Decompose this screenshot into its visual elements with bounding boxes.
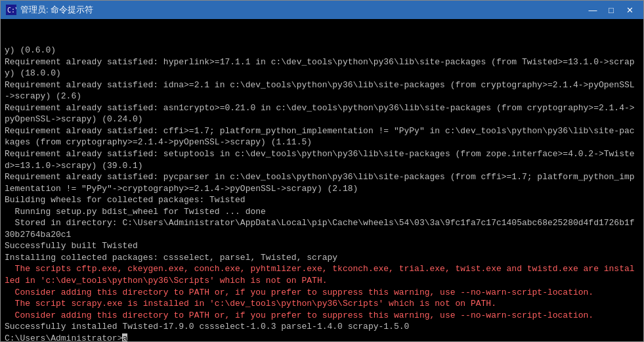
terminal-line: Requirement already satisfied: setuptool… [5,148,639,171]
terminal-line: Consider adding this directory to PATH o… [5,287,639,299]
terminal-line: Requirement already satisfied: hyperlink… [5,56,639,79]
cursor: a [122,333,127,341]
terminal-line: Successfully installed Twisted-17.9.0 cs… [5,321,639,333]
terminal-line: Consider adding this directory to PATH o… [5,310,639,322]
cmd-icon: C:\ [6,5,16,15]
window: C:\ 管理员: 命令提示符 — □ ✕ y) (0.6.0)Requireme… [0,0,644,342]
title-bar-left: C:\ 管理员: 命令提示符 [6,4,93,16]
close-button[interactable]: ✕ [621,3,638,16]
title-bar-controls: — □ ✕ [584,3,638,16]
terminal-line: C:\Users\Administrator>a [5,333,639,341]
minimize-button[interactable]: — [584,3,601,16]
terminal-line: Requirement already satisfied: pycparser… [5,171,639,194]
window-title: 管理员: 命令提示符 [20,4,93,16]
svg-text:C:\: C:\ [7,7,16,14]
terminal-line: Requirement already satisfied: idna>=2.1… [5,79,639,102]
terminal-line: Installing collected packages: cssselect… [5,252,639,264]
maximize-button[interactable]: □ [603,3,620,16]
terminal-output[interactable]: y) (0.6.0)Requirement already satisfied:… [1,19,643,341]
terminal-line: y) (0.6.0) [5,45,639,56]
terminal-line: Stored in directory: C:\Users\Administra… [5,217,639,240]
title-bar: C:\ 管理员: 命令提示符 — □ ✕ [1,1,643,19]
terminal-line: Successfully built Twisted [5,240,639,252]
terminal-line: Requirement already satisfied: asn1crypt… [5,102,639,125]
terminal-line: Running setup.py bdist_wheel for Twisted… [5,206,639,218]
terminal-line: The script scrapy.exe is installed in 'c… [5,298,639,310]
terminal-line: Building wheels for collected packages: … [5,194,639,206]
terminal-line: Requirement already satisfied: cffi>=1.7… [5,125,639,148]
terminal-line: The scripts cftp.exe, ckeygen.exe, conch… [5,263,639,286]
